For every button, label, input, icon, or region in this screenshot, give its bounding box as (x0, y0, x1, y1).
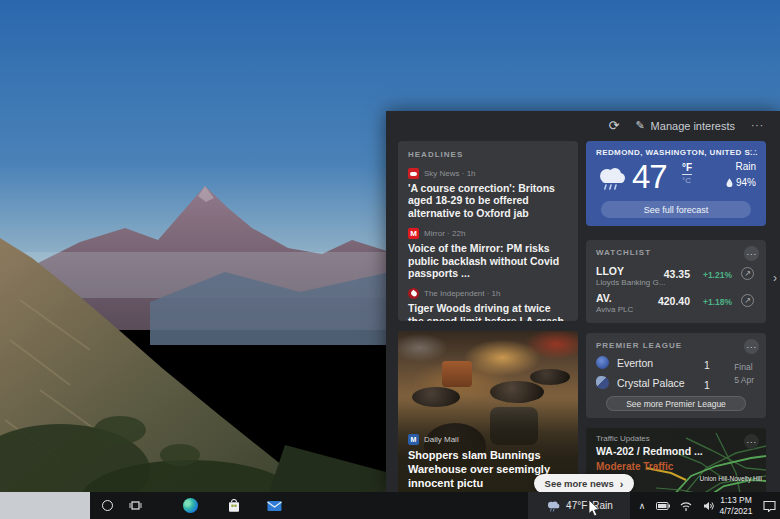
weather-condition: Rain (735, 161, 756, 172)
map-place-label: Union Hill-Novelty Hill (700, 475, 763, 482)
story-source: Daily Mail (424, 435, 459, 444)
sports-more-icon[interactable]: ··· (744, 339, 759, 354)
team-row[interactable]: Everton (596, 356, 653, 369)
traffic-more-icon[interactable]: ··· (744, 434, 759, 449)
weather-temp: 47 (632, 158, 667, 196)
pencil-icon: ✎ (635, 120, 644, 131)
droplet-icon (726, 178, 733, 188)
action-center-button[interactable] (758, 492, 780, 519)
headlines-card: HEADLINES Sky News · 1h 'A course correc… (398, 141, 578, 321)
news-and-interests-panel: ⟳ ✎ Manage interests ··· HEADLINES Sky N… (386, 111, 780, 492)
panel-more-icon[interactable]: ··· (751, 121, 764, 131)
watchlist-more-icon[interactable]: ··· (744, 246, 759, 261)
news-item[interactable]: M Mirror · 22h Voice of the Mirror: PM r… (408, 228, 568, 279)
news-headline: Voice of the Mirror: PM risks public bac… (408, 242, 568, 279)
stock-row[interactable]: LLOY Lloyds Banking G... 43.35 +1.21% ↗ (596, 265, 758, 289)
store-button[interactable] (222, 492, 246, 519)
taskbar-cloud-icon (545, 500, 561, 512)
tray-expand-button[interactable]: ∧ (633, 492, 651, 519)
taskbar-weather-button[interactable]: 47°F Rain (528, 492, 630, 519)
network-button[interactable] (676, 492, 696, 519)
headlines-title: HEADLINES (408, 150, 568, 159)
store-icon (227, 499, 241, 513)
the-independent-icon (408, 288, 419, 299)
edge-button[interactable] (178, 492, 202, 519)
stock-trend-icon[interactable]: ↗ (741, 294, 754, 307)
battery-button[interactable] (653, 492, 673, 519)
unit-celsius-toggle[interactable]: °C (682, 177, 692, 185)
traffic-status: Moderate Traffic (596, 461, 673, 472)
clock-time: 1:13 PM (714, 495, 758, 506)
sky-news-icon (408, 168, 419, 179)
match-status: Final 5 Apr (734, 361, 754, 387)
see-more-news-button[interactable]: See more news › (534, 474, 634, 492)
mirror-icon: M (408, 228, 419, 239)
mouse-cursor (588, 500, 602, 518)
panel-header: ⟳ ✎ Manage interests ··· (608, 119, 764, 132)
see-full-forecast-button[interactable]: See full forecast (601, 201, 751, 218)
premier-league-title: PREMIER LEAGUE (596, 341, 756, 350)
story-card[interactable]: M Daily Mail Shoppers slam Bunnings Ware… (398, 331, 578, 492)
traffic-road: WA-202 / Redmond ... (596, 445, 703, 457)
manage-interests-label: Manage interests (651, 120, 735, 132)
traffic-updates-label: Traffic Updates (596, 434, 650, 443)
see-more-premier-league-button[interactable]: See more Premier League (606, 396, 746, 411)
chevron-up-icon: ∧ (639, 501, 646, 511)
desktop: { "glyphs": { "refresh": "⟳", "pencil": … (0, 0, 780, 519)
weather-location: REDMOND, WASHINGTON, UNITED S... (596, 148, 758, 157)
news-headline: 'A course correction': Britons aged 18-2… (408, 182, 568, 219)
mail-button[interactable] (262, 492, 286, 519)
news-item[interactable]: The Independent · 1h Tiger Woods driving… (408, 288, 568, 321)
chevron-right-icon: › (620, 478, 624, 490)
premier-league-card: PREMIER LEAGUE ··· Everton 1 Crystal Pal… (586, 333, 766, 418)
cortana-button[interactable] (96, 492, 118, 519)
carousel-next-icon[interactable]: › (773, 271, 777, 285)
crystal-palace-crest-icon (596, 376, 609, 389)
wifi-icon (680, 501, 692, 511)
rain-cloud-icon (594, 165, 628, 191)
team-row[interactable]: Crystal Palace (596, 376, 685, 389)
watchlist-card: WATCHLIST ··· LLOY Lloyds Banking G... 4… (586, 240, 766, 323)
stock-trend-icon[interactable]: ↗ (741, 267, 754, 280)
edge-icon (183, 498, 198, 513)
taskbar-clock[interactable]: 1:13 PM 4/7/2021 (714, 495, 758, 516)
refresh-icon[interactable]: ⟳ (608, 119, 619, 132)
news-headline: Tiger Woods driving at twice the speed l… (408, 302, 568, 321)
news-item[interactable]: Sky News · 1h 'A course correction': Bri… (408, 168, 568, 219)
taskbar-search-box[interactable] (0, 492, 90, 519)
cortana-icon (102, 500, 113, 511)
weather-precip: 94% (726, 177, 756, 188)
battery-icon (656, 502, 670, 510)
weather-more-icon[interactable]: ··· (745, 145, 758, 156)
stock-row[interactable]: AV. Aviva PLC 420.40 +1.18% ↗ (596, 292, 758, 316)
taskbar-weather-temp: 47°F (566, 500, 587, 511)
manage-interests-button[interactable]: ✎ Manage interests (635, 120, 735, 132)
everton-crest-icon (596, 356, 609, 369)
task-view-icon (129, 499, 142, 512)
task-view-button[interactable] (124, 492, 146, 519)
unit-fahrenheit-toggle[interactable]: °F (682, 163, 692, 175)
action-center-icon (763, 500, 776, 512)
clock-date: 4/7/2021 (714, 506, 758, 517)
weather-card[interactable]: REDMOND, WASHINGTON, UNITED S... ··· 47 … (586, 141, 766, 226)
watchlist-title: WATCHLIST (596, 248, 756, 257)
daily-mail-icon: M (408, 434, 419, 445)
taskbar: 47°F Rain ∧ 1:13 PM (0, 492, 780, 519)
mail-icon (267, 500, 282, 512)
